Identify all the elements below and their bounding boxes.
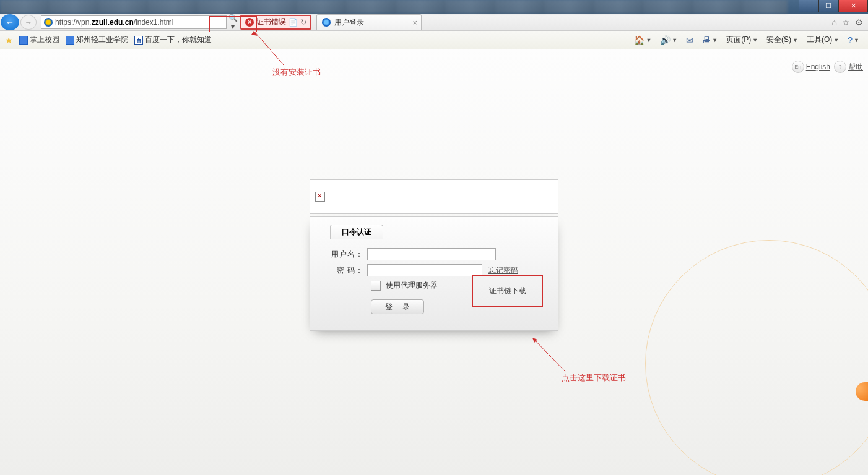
nav-forward-button[interactable]: → [20,15,37,30]
broken-image-icon [315,192,325,202]
proxy-label: 使用代理服务器 [386,280,438,291]
url-path: /index1.html [134,18,174,27]
favorite-label: 掌上校园 [30,35,59,45]
tab-password-auth[interactable]: 口令认证 [330,225,383,239]
favorite-link-1[interactable]: 掌上校园 [19,35,59,45]
svg-marker-3 [532,338,537,343]
tab-strip: 用户登录 × [316,14,422,31]
lang-en-label: English [806,62,830,71]
chevron-down-icon: ▼ [833,37,839,43]
chevron-down-icon: ▼ [752,37,758,43]
password-row: 密 码： 忘记密码 [331,264,549,276]
home-icon: 🏠 [634,35,644,45]
chevron-down-icon: ▼ [672,37,677,43]
favorite-label: 郑州轻工业学院 [76,35,128,45]
username-row: 用户名： [331,248,549,260]
help-label: 帮助 [848,62,863,72]
error-icon: ✕ [245,18,254,27]
window-close-button[interactable]: ✕ [838,0,868,12]
favorites-left: ★ 掌上校园 郑州轻工业学院 百 百度一下，你就知道 [5,35,212,45]
favorite-label: 百度一下，你就知道 [145,35,212,45]
annotation-no-cert-text: 没有安装证书 [272,67,321,78]
help-icon: ? [848,35,853,45]
proxy-checkbox[interactable] [371,281,381,291]
print-icon: 🖶 [702,35,711,45]
favorite-link-2[interactable]: 郑州轻工业学院 [66,35,128,45]
lang-en-icon: En [792,61,804,73]
compat-view-icon[interactable]: 📄 [289,18,298,27]
command-bar: 🏠▼ 🔊▼ ✉ 🖶▼ 页面(P)▼ 安全(S)▼ 工具(O)▼ ?▼ [630,33,863,46]
username-input[interactable] [367,248,496,260]
chevron-down-icon: ▼ [712,37,718,43]
url-text: https://vpn.zzuli.edu.cn/index1.html [55,18,224,27]
favorite-link-3[interactable]: 百 百度一下，你就知道 [134,35,212,45]
tab-close-icon[interactable]: × [412,18,417,27]
password-label: 密 码： [331,265,367,276]
window-minimize-button[interactable]: — [799,0,818,12]
favicon-icon [19,36,28,45]
login-container: 口令认证 用户名： 密 码： 忘记密码 使用代理服务器 登 录 证书链下载 [310,179,558,331]
search-dropdown-icon[interactable]: 🔍▾ [227,14,239,31]
add-favorite-icon[interactable]: ★ [5,35,13,45]
logo-box [310,179,558,214]
tb-mail-button[interactable]: ✉ [682,34,697,46]
menu-label: 工具(O) [807,35,832,45]
address-box[interactable]: https://vpn.zzuli.edu.cn/index1.html [41,15,227,29]
password-input[interactable] [367,264,482,276]
decorative-curve [645,240,868,475]
cert-chain-download-link[interactable]: 证书链下载 [489,286,526,295]
cert-download-highlight: 证书链下载 [472,275,543,307]
tb-feeds-button[interactable]: 🔊▼ [656,34,681,46]
page-content: En English ? 帮助 口令认证 用户名： 密 码： 忘记密码 [0,49,868,475]
tb-tools-menu[interactable]: 工具(O)▼ [803,33,843,46]
forgot-password-link[interactable]: 忘记密码 [488,265,518,276]
window-controls: — ☐ ✕ [799,0,868,12]
tab-favicon-icon [322,18,331,27]
login-panel: 口令认证 用户名： 密 码： 忘记密码 使用代理服务器 登 录 证书链下载 [310,216,558,331]
chevron-down-icon: ▼ [854,37,859,43]
language-bar: En English ? 帮助 [792,61,863,73]
address-bar-row: ← → https://vpn.zzuli.edu.cn/index1.html… [0,14,868,31]
url-host: zzuli.edu.cn [92,18,134,27]
login-button[interactable]: 登 录 [371,299,424,314]
favorites-bar: ★ 掌上校园 郑州轻工业学院 百 百度一下，你就知道 🏠▼ 🔊▼ ✉ 🖶▼ 页面… [0,31,868,49]
annotation-arrow-2 [530,335,579,385]
favicon-icon [66,36,74,45]
favicon-baidu-icon: 百 [134,36,143,45]
titlebar-blur [0,0,788,14]
home-icon[interactable]: ⌂ [832,17,837,27]
rss-icon: 🔊 [660,35,671,45]
tb-print-button[interactable]: 🖶▼ [698,34,721,46]
menu-label: 页面(P) [726,35,751,45]
browser-tab[interactable]: 用户登录 × [316,14,422,30]
annotation-click-here-text: 点击这里下载证书 [562,372,626,383]
settings-gear-icon[interactable]: ⚙ [855,17,863,27]
chevron-down-icon: ▼ [646,37,651,43]
cert-error-text: 证书错误 [256,17,286,27]
tb-page-menu[interactable]: 页面(P)▼ [723,33,762,46]
certificate-error-indicator[interactable]: ✕ 证书错误 📄 ↻ [240,15,311,30]
help-circle-icon: ? [834,61,846,73]
favorites-star-icon[interactable]: ☆ [842,17,850,27]
nav-back-button[interactable]: ← [1,14,19,30]
svg-line-2 [532,338,566,372]
site-favicon-icon [44,18,53,27]
menu-label: 安全(S) [766,35,791,45]
help-link[interactable]: ? 帮助 [834,61,863,73]
username-label: 用户名： [331,249,367,260]
url-prefix: https://vpn. [55,18,92,27]
addr-right-controls: ⌂ ☆ ⚙ [832,17,868,27]
tab-title: 用户登录 [334,17,364,28]
refresh-icon[interactable]: ↻ [300,18,306,27]
window-maximize-button[interactable]: ☐ [818,0,838,12]
tb-home-button[interactable]: 🏠▼ [630,34,655,46]
chevron-down-icon: ▼ [792,37,798,43]
tb-help-button[interactable]: ?▼ [844,34,863,46]
window-titlebar: — ☐ ✕ [0,0,868,14]
tb-safety-menu[interactable]: 安全(S)▼ [763,33,802,46]
lang-english-link[interactable]: En English [792,61,830,73]
mail-icon: ✉ [686,35,693,45]
login-tabs: 口令认证 [319,225,549,239]
